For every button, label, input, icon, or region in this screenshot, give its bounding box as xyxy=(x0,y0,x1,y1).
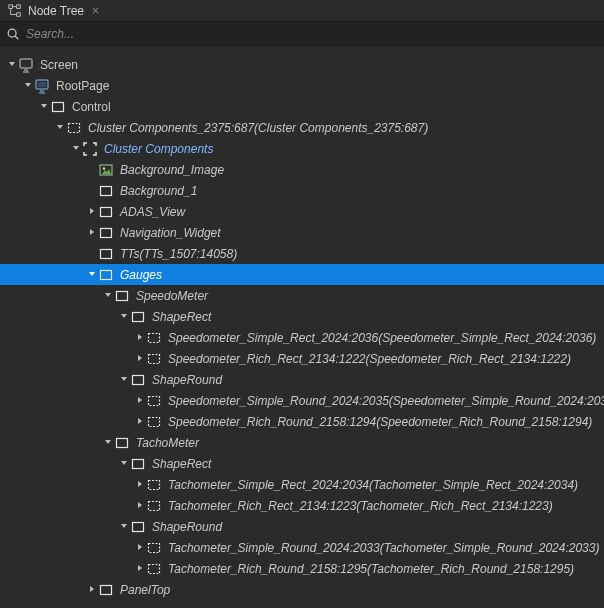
node-tacho-shaperect[interactable]: ShapeRect xyxy=(0,453,604,474)
node-label: Cluster Components xyxy=(104,142,213,156)
rect-icon xyxy=(114,435,130,451)
image-icon xyxy=(98,162,114,178)
node-background-1[interactable]: Background_1 xyxy=(0,180,604,201)
node-tacho-rich-rect[interactable]: Tachometer_Rich_Rect_2134:1223 (Tachomet… xyxy=(0,495,604,516)
rect-icon xyxy=(98,582,114,598)
rect-icon xyxy=(98,246,114,262)
node-label: SpeedoMeter xyxy=(136,289,208,303)
node-speedo-simple-round[interactable]: Speedometer_Simple_Round_2024:2035 (Spee… xyxy=(0,390,604,411)
node-tacho-simple-rect[interactable]: Tachometer_Simple_Rect_2024:2034 (Tachom… xyxy=(0,474,604,495)
node-label: Cluster Components_2375:687 xyxy=(88,121,254,135)
monitor-icon xyxy=(18,57,34,73)
panel-tabbar: Node Tree × xyxy=(0,0,604,22)
node-label: Navigation_Widget xyxy=(120,226,221,240)
chevron-down-icon[interactable] xyxy=(22,81,34,91)
node-paneltop[interactable]: PanelTop xyxy=(0,579,604,600)
node-adas-view[interactable]: ADAS_View xyxy=(0,201,604,222)
dashrect-icon xyxy=(146,393,162,409)
node-label: Tachometer_Rich_Round_2158:1295 xyxy=(168,562,367,576)
search-input[interactable] xyxy=(20,27,598,41)
svg-rect-0 xyxy=(9,4,13,8)
node-label: PanelTop xyxy=(120,583,170,597)
page-icon xyxy=(34,78,50,94)
svg-rect-1 xyxy=(17,4,21,8)
chevron-down-icon[interactable] xyxy=(38,102,50,112)
panel-tab-nodetree[interactable]: Node Tree × xyxy=(0,0,109,21)
node-speedometer[interactable]: SpeedoMeter xyxy=(0,285,604,306)
dashrect-icon xyxy=(146,351,162,367)
rect-icon xyxy=(130,309,146,325)
node-gauges[interactable]: Gauges xyxy=(0,264,604,285)
chevron-right-icon[interactable] xyxy=(134,396,146,406)
node-speedo-rich-rect[interactable]: Speedometer_Rich_Rect_2134:1222 (Speedom… xyxy=(0,348,604,369)
node-tacho-shaperound[interactable]: ShapeRound xyxy=(0,516,604,537)
chevron-right-icon[interactable] xyxy=(134,417,146,427)
search-bar xyxy=(0,22,604,46)
rect-icon xyxy=(98,204,114,220)
node-label: ShapeRound xyxy=(152,373,222,387)
node-label: Gauges xyxy=(120,268,162,282)
node-tacho-rich-round[interactable]: Tachometer_Rich_Round_2158:1295 (Tachome… xyxy=(0,558,604,579)
node-suffix: (TTs_1507:14058) xyxy=(140,247,238,261)
dashrect-icon xyxy=(146,561,162,577)
chevron-right-icon[interactable] xyxy=(134,564,146,574)
chevron-down-icon[interactable] xyxy=(86,270,98,280)
close-icon[interactable]: × xyxy=(90,5,101,17)
node-control[interactable]: Control xyxy=(0,96,604,117)
chevron-down-icon[interactable] xyxy=(54,123,66,133)
node-cluster-components-inst[interactable]: Cluster Components_2375:687 (Cluster Com… xyxy=(0,117,604,138)
chevron-right-icon[interactable] xyxy=(134,333,146,343)
node-label: Tachometer_Simple_Rect_2024:2034 xyxy=(168,478,369,492)
chevron-right-icon[interactable] xyxy=(86,207,98,217)
node-speedo-shaperound[interactable]: ShapeRound xyxy=(0,369,604,390)
chevron-down-icon[interactable] xyxy=(6,60,18,70)
node-speedo-shaperect[interactable]: ShapeRect xyxy=(0,306,604,327)
node-screen[interactable]: Screen xyxy=(0,54,604,75)
dashrect-icon xyxy=(146,330,162,346)
chevron-right-icon[interactable] xyxy=(134,501,146,511)
node-label: TTs xyxy=(120,247,140,261)
chevron-right-icon[interactable] xyxy=(86,585,98,595)
chevron-right-icon[interactable] xyxy=(134,480,146,490)
chevron-right-icon[interactable] xyxy=(86,228,98,238)
rect-icon xyxy=(130,372,146,388)
node-tree[interactable]: ScreenRootPageControlCluster Components_… xyxy=(0,46,604,600)
node-navigation-widget[interactable]: Navigation_Widget xyxy=(0,222,604,243)
node-cluster-components[interactable]: Cluster Components xyxy=(0,138,604,159)
chevron-down-icon[interactable] xyxy=(118,375,130,385)
rect-icon xyxy=(50,99,66,115)
search-icon xyxy=(6,27,20,41)
svg-point-3 xyxy=(8,29,16,37)
rect-icon xyxy=(130,519,146,535)
node-label: Control xyxy=(72,100,111,114)
dashrect-icon xyxy=(146,540,162,556)
node-label: Background_1 xyxy=(120,184,197,198)
chevron-down-icon[interactable] xyxy=(118,522,130,532)
rect-icon xyxy=(130,456,146,472)
node-label: Speedometer_Simple_Round_2024:2035 xyxy=(168,394,389,408)
node-speedo-simple-rect[interactable]: Speedometer_Simple_Rect_2024:2036 (Speed… xyxy=(0,327,604,348)
chevron-down-icon[interactable] xyxy=(118,312,130,322)
svg-rect-2 xyxy=(17,12,21,16)
chevron-down-icon[interactable] xyxy=(70,144,82,154)
chevron-down-icon[interactable] xyxy=(118,459,130,469)
chevron-right-icon[interactable] xyxy=(134,543,146,553)
rect-icon xyxy=(98,225,114,241)
node-label: TachoMeter xyxy=(136,436,199,450)
node-suffix: (Speedometer_Rich_Rect_2134:1222) xyxy=(365,352,570,366)
node-label: Screen xyxy=(40,58,78,72)
node-label: ADAS_View xyxy=(120,205,185,219)
rect-icon xyxy=(98,267,114,283)
node-label: ShapeRect xyxy=(152,457,211,471)
node-tachometer[interactable]: TachoMeter xyxy=(0,432,604,453)
node-suffix: (Speedometer_Rich_Round_2158:1294) xyxy=(376,415,592,429)
node-tacho-simple-round[interactable]: Tachometer_Simple_Round_2024:2033 (Tacho… xyxy=(0,537,604,558)
chevron-right-icon[interactable] xyxy=(134,354,146,364)
node-tts[interactable]: TTs (TTs_1507:14058) xyxy=(0,243,604,264)
node-rootpage[interactable]: RootPage xyxy=(0,75,604,96)
node-speedo-rich-round[interactable]: Speedometer_Rich_Round_2158:1294 (Speedo… xyxy=(0,411,604,432)
node-label: Speedometer_Rich_Round_2158:1294 xyxy=(168,415,376,429)
chevron-down-icon[interactable] xyxy=(102,291,114,301)
chevron-down-icon[interactable] xyxy=(102,438,114,448)
node-background-image[interactable]: Background_Image xyxy=(0,159,604,180)
